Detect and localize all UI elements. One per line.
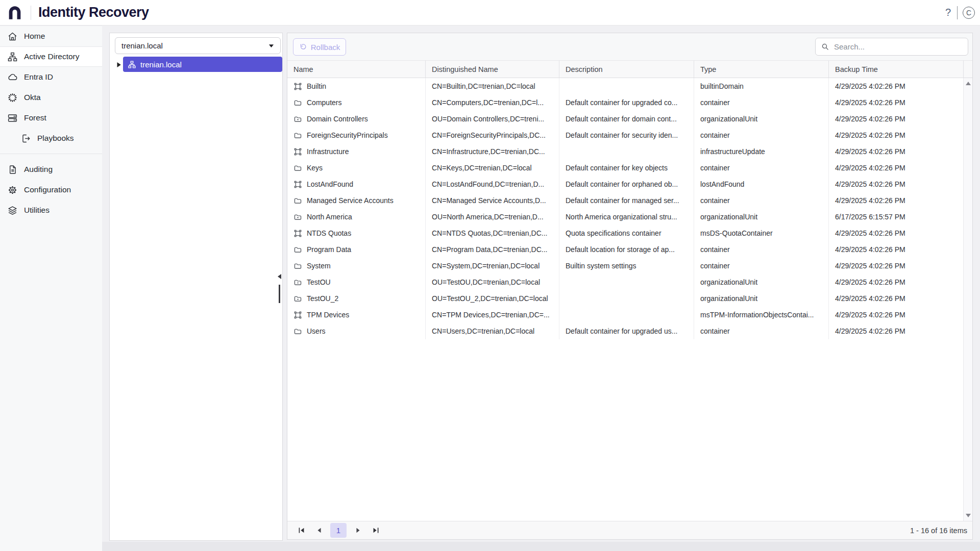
search-input[interactable] bbox=[834, 42, 963, 51]
row-description bbox=[559, 143, 694, 160]
next-page-icon bbox=[354, 526, 362, 535]
help-icon[interactable]: ? bbox=[944, 7, 952, 18]
pager-next-button[interactable] bbox=[351, 524, 364, 537]
pager-prev-button[interactable] bbox=[312, 524, 326, 537]
sidebar-item-home[interactable]: Home bbox=[0, 26, 102, 46]
row-type: container bbox=[694, 160, 829, 176]
app-title: Identity Recovery bbox=[38, 5, 149, 20]
top-bar: Identity Recovery ? C bbox=[0, 0, 980, 26]
search-box bbox=[815, 38, 968, 56]
table-row[interactable]: ForeignSecurityPrincipals CN=ForeignSecu… bbox=[287, 127, 972, 143]
domain-select[interactable]: trenian.local bbox=[115, 37, 281, 54]
row-name: TestOU_2 bbox=[307, 294, 338, 303]
row-dn: CN=System,DC=trenian,DC=local bbox=[426, 258, 559, 274]
sidebar-item-configuration[interactable]: Configuration bbox=[0, 180, 102, 200]
sidebar-item-playbooks[interactable]: Playbooks bbox=[0, 128, 102, 148]
column-header-type[interactable]: Type bbox=[694, 61, 829, 78]
sidebar: Home Active Directory Entra ID Okta Fore… bbox=[0, 26, 102, 551]
table-row[interactable]: Computers CN=Computers,DC=trenian,DC=l..… bbox=[287, 94, 972, 111]
table-row[interactable]: Managed Service Accounts CN=Managed Serv… bbox=[287, 192, 972, 209]
pager-current-page[interactable]: 1 bbox=[330, 523, 347, 538]
table-row[interactable]: Users CN=Users,DC=trenian,DC=local Defau… bbox=[287, 323, 972, 339]
row-description: Default container for managed ser... bbox=[559, 192, 694, 209]
table-row[interactable]: Keys CN=Keys,DC=trenian,DC=local Default… bbox=[287, 160, 972, 176]
row-description: Default container for orphaned ob... bbox=[559, 176, 694, 192]
row-dn: CN=Infrastructure,DC=trenian,DC... bbox=[426, 143, 559, 160]
table-row[interactable]: TestOU OU=TestOU,DC=trenian,DC=local org… bbox=[287, 274, 972, 290]
folder-icon bbox=[293, 245, 302, 254]
tree-node-root[interactable]: trenian.local bbox=[123, 57, 282, 72]
row-description: Default container for upgraded us... bbox=[559, 323, 694, 339]
sidebar-item-forest[interactable]: Forest bbox=[0, 108, 102, 128]
column-header-distinguished-name[interactable]: Distinguished Name bbox=[426, 61, 559, 78]
sidebar-item-label: Okta bbox=[24, 93, 41, 102]
sidebar-item-okta[interactable]: Okta bbox=[0, 87, 102, 108]
table-row[interactable]: Infrastructure CN=Infrastructure,DC=tren… bbox=[287, 143, 972, 160]
panel-splitter[interactable] bbox=[279, 285, 280, 303]
scroll-down-icon[interactable] bbox=[966, 514, 971, 517]
sidebar-item-label: Auditing bbox=[24, 165, 53, 174]
row-type: organizationalUnit bbox=[694, 209, 829, 225]
table-row[interactable]: Program Data CN=Program Data,DC=trenian,… bbox=[287, 241, 972, 258]
bottom-strip bbox=[102, 542, 980, 551]
sitemap-icon bbox=[128, 60, 136, 69]
row-dn: CN=ForeignSecurityPrincipals,DC... bbox=[426, 127, 559, 143]
servers-icon bbox=[7, 113, 18, 123]
row-name: Managed Service Accounts bbox=[307, 196, 394, 205]
row-description: Default container for upgraded co... bbox=[559, 94, 694, 111]
last-page-icon bbox=[372, 526, 380, 535]
row-type: container bbox=[694, 94, 829, 111]
tree-expand-icon[interactable] bbox=[116, 62, 121, 68]
row-name: TPM Devices bbox=[307, 311, 349, 319]
table-row[interactable]: TPM Devices CN=TPM Devices,DC=trenian,DC… bbox=[287, 307, 972, 323]
table-row[interactable]: LostAndFound CN=LostAndFound,DC=trenian,… bbox=[287, 176, 972, 192]
sidebar-item-entra-id[interactable]: Entra ID bbox=[0, 67, 102, 87]
row-dn: CN=NTDS Quotas,DC=trenian,DC... bbox=[426, 225, 559, 241]
sidebar-item-label: Utilities bbox=[24, 206, 50, 215]
rollback-button[interactable]: Rollback bbox=[293, 38, 346, 56]
table-row[interactable]: TestOU_2 OU=TestOU_2,DC=trenian,DC=local… bbox=[287, 290, 972, 307]
pager-first-button[interactable] bbox=[295, 524, 308, 537]
grid-toolbar: Rollback bbox=[287, 33, 972, 61]
row-type: organizationalUnit bbox=[694, 111, 829, 127]
sidebar-item-utilities[interactable]: Utilities bbox=[0, 200, 102, 220]
grid-pager: 1 1 - 16 of 16 items bbox=[287, 521, 972, 539]
row-type: container bbox=[694, 127, 829, 143]
row-type: organizationalUnit bbox=[694, 290, 829, 307]
sidebar-item-auditing[interactable]: Auditing bbox=[0, 159, 102, 180]
container-icon bbox=[293, 229, 302, 238]
sidebar-item-active-directory[interactable]: Active Directory bbox=[0, 46, 102, 67]
undo-icon bbox=[299, 43, 307, 51]
row-dn: OU=Domain Controllers,DC=treni... bbox=[426, 111, 559, 127]
table-row[interactable]: North America OU=North America,DC=trenia… bbox=[287, 209, 972, 225]
row-name: Domain Controllers bbox=[307, 115, 368, 123]
row-description: Builtin system settings bbox=[559, 258, 694, 274]
table-row[interactable]: Builtin CN=Builtin,DC=trenian,DC=local b… bbox=[287, 78, 972, 94]
chevron-down-icon bbox=[268, 44, 274, 48]
row-dn: CN=Program Data,DC=trenian,DC... bbox=[426, 241, 559, 258]
table-row[interactable]: Domain Controllers OU=Domain Controllers… bbox=[287, 111, 972, 127]
domain-tree-panel: trenian.local trenian.local bbox=[109, 33, 283, 541]
column-header-name[interactable]: Name bbox=[287, 61, 426, 78]
row-type: infrastructureUpdate bbox=[694, 143, 829, 160]
row-dn: CN=Keys,DC=trenian,DC=local bbox=[426, 160, 559, 176]
vertical-scrollbar[interactable] bbox=[963, 78, 972, 521]
column-header-backup-time[interactable]: Backup Time bbox=[829, 61, 963, 78]
sidebar-item-label: Home bbox=[24, 32, 45, 41]
pager-last-button[interactable] bbox=[369, 524, 382, 537]
account-icon[interactable]: C bbox=[963, 7, 975, 19]
grid-body: Builtin CN=Builtin,DC=trenian,DC=local b… bbox=[287, 78, 972, 521]
row-name: Keys bbox=[307, 164, 323, 172]
splitter-collapse-icon[interactable] bbox=[278, 274, 281, 279]
row-type: lostAndFound bbox=[694, 176, 829, 192]
tree-node-label: trenian.local bbox=[140, 60, 182, 69]
table-row[interactable]: System CN=System,DC=trenian,DC=local Bui… bbox=[287, 258, 972, 274]
row-name: Builtin bbox=[307, 82, 326, 90]
row-name: Infrastructure bbox=[307, 147, 349, 156]
ou-folder-icon bbox=[293, 115, 302, 123]
column-header-description[interactable]: Description bbox=[559, 61, 694, 78]
scroll-up-icon[interactable] bbox=[966, 82, 971, 85]
table-row[interactable]: NTDS Quotas CN=NTDS Quotas,DC=trenian,DC… bbox=[287, 225, 972, 241]
pager-status: 1 - 16 of 16 items bbox=[910, 527, 967, 535]
row-name: Users bbox=[307, 327, 326, 335]
